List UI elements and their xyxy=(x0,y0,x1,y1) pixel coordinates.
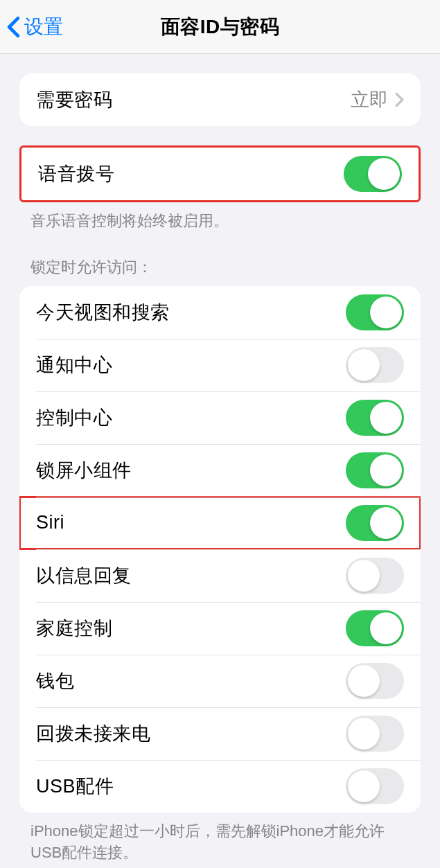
lock-access-label: Siri xyxy=(36,512,64,533)
chevron-left-icon xyxy=(7,16,20,38)
require-passcode-label: 需要密码 xyxy=(36,87,112,112)
lock-access-group: 今天视图和搜索通知中心控制中心锁屏小组件Siri以信息回复家庭控制钱包回拨未接来… xyxy=(19,286,421,813)
toggle-knob xyxy=(348,770,380,802)
row-right: 立即 xyxy=(351,87,404,112)
lock-access-toggle[interactable] xyxy=(346,663,404,699)
lock-access-toggle[interactable] xyxy=(346,558,404,594)
toggle-knob xyxy=(348,665,380,697)
toggle-knob xyxy=(348,349,380,381)
lock-access-row: 钱包 xyxy=(19,655,421,707)
lock-access-toggle[interactable] xyxy=(346,400,404,436)
toggle-knob xyxy=(370,296,402,328)
back-label: 设置 xyxy=(24,14,63,40)
lock-access-label: 回拨未接来电 xyxy=(36,721,150,746)
voice-dial-label: 语音拨号 xyxy=(38,161,114,186)
lock-access-toggle[interactable] xyxy=(346,505,404,541)
lock-access-row: Siri xyxy=(19,497,421,549)
toggle-knob xyxy=(368,158,400,190)
lock-access-footer: iPhone锁定超过一小时后，需先解锁iPhone才能允许USB配件连接。 xyxy=(0,813,440,864)
lock-access-row: 家庭控制 xyxy=(19,602,421,655)
toggle-knob xyxy=(370,454,402,486)
toggle-knob xyxy=(370,507,402,539)
require-passcode-value: 立即 xyxy=(351,87,388,112)
lock-access-label: 今天视图和搜索 xyxy=(36,300,170,325)
lock-access-label: 钱包 xyxy=(36,668,74,693)
require-passcode-row[interactable]: 需要密码 立即 xyxy=(19,73,421,126)
nav-bar: 设置 面容ID与密码 xyxy=(0,0,440,54)
lock-access-toggle[interactable] xyxy=(346,768,404,804)
voice-dial-row: 语音拨号 xyxy=(21,148,419,200)
lock-access-label: 控制中心 xyxy=(36,405,112,430)
toggle-knob xyxy=(370,402,402,434)
toggle-knob xyxy=(370,612,402,644)
back-button[interactable]: 设置 xyxy=(0,14,63,40)
page-title: 面容ID与密码 xyxy=(161,14,280,40)
voice-dial-group: 语音拨号 xyxy=(19,145,421,202)
voice-dial-footer: 音乐语音控制将始终被启用。 xyxy=(0,202,440,232)
chevron-right-icon xyxy=(395,92,404,107)
lock-access-label: 锁屏小组件 xyxy=(36,458,132,483)
lock-access-toggle[interactable] xyxy=(346,294,404,330)
passcode-group: 需要密码 立即 xyxy=(19,73,421,126)
lock-access-row: 通知中心 xyxy=(19,339,421,391)
lock-access-label: 以信息回复 xyxy=(36,563,132,588)
lock-access-label: 通知中心 xyxy=(36,353,112,378)
lock-access-row: 以信息回复 xyxy=(19,549,421,602)
voice-dial-toggle[interactable] xyxy=(344,156,402,192)
lock-access-row: 回拨未接来电 xyxy=(19,707,421,760)
lock-access-toggle[interactable] xyxy=(346,610,404,646)
lock-access-row: USB配件 xyxy=(19,760,421,813)
lock-access-toggle[interactable] xyxy=(346,347,404,383)
lock-access-row: 今天视图和搜索 xyxy=(19,286,421,339)
toggle-knob xyxy=(348,718,380,750)
lock-access-label: 家庭控制 xyxy=(36,616,112,641)
lock-access-label: USB配件 xyxy=(36,774,114,799)
toggle-knob xyxy=(348,560,380,592)
content: 需要密码 立即 语音拨号 音乐语音控制将始终被启用。 锁定时允许访问： 今天视图… xyxy=(0,73,440,863)
lock-access-header: 锁定时允许访问： xyxy=(0,257,440,286)
lock-access-toggle[interactable] xyxy=(346,452,404,488)
lock-access-row: 控制中心 xyxy=(19,391,421,444)
lock-access-row: 锁屏小组件 xyxy=(19,444,421,497)
lock-access-toggle[interactable] xyxy=(346,716,404,752)
